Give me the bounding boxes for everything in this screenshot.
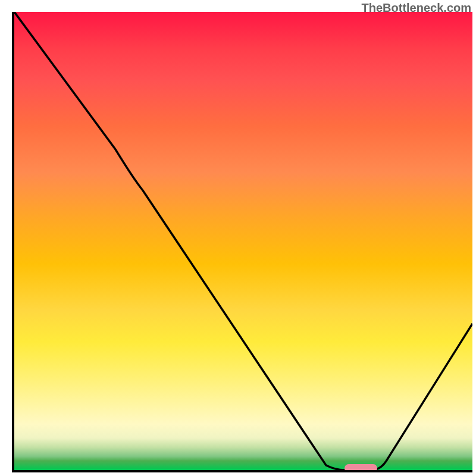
chart-curve-svg: [14, 12, 472, 470]
optimal-marker: [345, 464, 377, 472]
chart-plot-area: [12, 12, 472, 472]
watermark-text: TheBottleneck.com: [362, 1, 471, 15]
bottleneck-curve-path: [14, 12, 472, 470]
